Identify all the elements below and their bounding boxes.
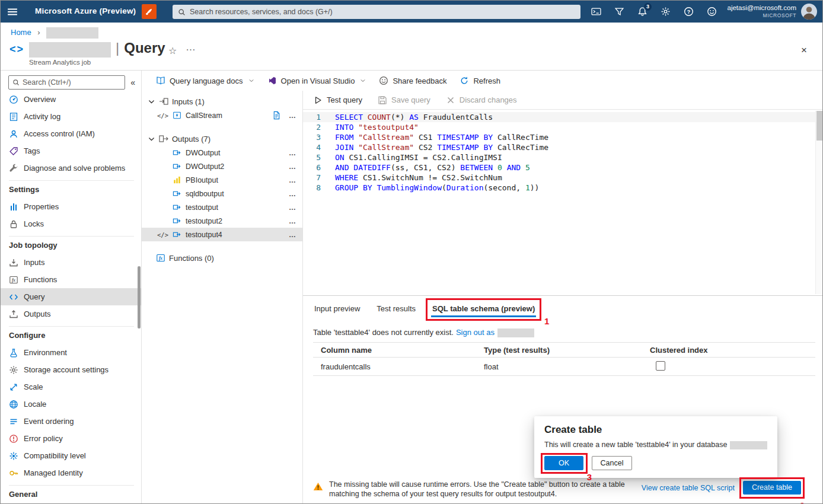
tree-item-dwoutput2[interactable]: DWOutput2… xyxy=(142,160,302,173)
avatar[interactable] xyxy=(801,4,817,20)
diagnose-icon xyxy=(9,164,18,173)
view-create-table-sql-link[interactable]: View create table SQL script xyxy=(642,484,735,492)
notifications-icon[interactable]: 3 xyxy=(637,7,647,17)
querybar-save-query[interactable]: Save query xyxy=(378,95,430,105)
editor-line[interactable]: 3FROM "CallStream" CS1 TIMESTAMP BY Call… xyxy=(303,132,822,142)
more-options-button[interactable]: … xyxy=(289,231,296,239)
tab-sql-table-schema-preview[interactable]: SQL table schema (preview)1 xyxy=(431,300,536,318)
editor-scrollbar-thumb[interactable] xyxy=(816,111,822,141)
sidebar-item-label: Functions xyxy=(24,275,57,284)
more-options-button[interactable]: … xyxy=(289,176,296,184)
collapse-menu-button[interactable]: « xyxy=(130,78,135,87)
tree-group-row-inputs-1[interactable]: Inputs (1) xyxy=(142,94,302,109)
sidebar-item-label: Locks xyxy=(24,219,44,228)
schema-col-column-name: Column name xyxy=(321,346,484,355)
close-blade-icon[interactable]: × xyxy=(801,44,807,56)
more-options-icon[interactable]: … xyxy=(186,42,196,53)
directory-filter-icon[interactable] xyxy=(614,7,624,17)
more-options-button[interactable]: … xyxy=(289,217,296,225)
schema-table: Column nameType (test results)Clustered … xyxy=(313,342,815,376)
sidebar-item-properties[interactable]: Properties xyxy=(1,198,141,215)
more-options-button[interactable]: … xyxy=(289,149,296,157)
sidebar-item-locks[interactable]: Locks xyxy=(1,215,141,232)
global-search-input[interactable] xyxy=(190,8,575,16)
hamburger-menu-icon[interactable] xyxy=(7,7,18,17)
editor-line[interactable]: 6AND DATEDIFF(ss, CS1, CS2) BETWEEN 0 AN… xyxy=(303,162,822,173)
editor-line[interactable]: 4JOIN "CallStream" CS2 TIMESTAMP BY Call… xyxy=(303,142,822,152)
tree-group-row-functions-0[interactable]: fxFunctions (0) xyxy=(142,251,302,265)
query-code-editor[interactable]: 1SELECT COUNT(*) AS FraudulentCalls2INTO… xyxy=(303,110,822,295)
tree-item-callstream[interactable]: </>CallStream… xyxy=(142,109,302,122)
editor-line[interactable]: 7WHERE CS1.SwitchNum != CS2.SwitchNum xyxy=(303,173,822,183)
tree-item-testoutput4[interactable]: </>testoutput4… xyxy=(142,228,302,241)
sidebar-item-managed-identity[interactable]: Managed Identity xyxy=(1,464,141,481)
tree-group-row-outputs-7[interactable]: Outputs (7) xyxy=(142,132,302,146)
tree-item-sqldboutput[interactable]: sqldboutput… xyxy=(142,187,302,200)
editor-line[interactable]: 8GROUP BY TumblingWindow(Duration(second… xyxy=(303,183,822,193)
editor-scrollbar[interactable] xyxy=(815,111,822,294)
editor-line[interactable]: 2INTO "testoutput4" xyxy=(303,122,822,132)
sidebar-item-environment[interactable]: Environment xyxy=(1,344,141,361)
sidebar-item-compatibility-level[interactable]: Compatibility level xyxy=(1,447,141,464)
tree-item-testoutput[interactable]: testoutput… xyxy=(142,200,302,214)
sidebar-item-overview[interactable]: Overview xyxy=(1,91,141,108)
feedback-icon[interactable] xyxy=(707,7,717,17)
tree-item-pbioutput[interactable]: PBIoutput… xyxy=(142,173,302,187)
editor-line[interactable]: 1SELECT COUNT(*) AS FraudulentCalls xyxy=(303,112,822,122)
toolbar-open-in-visual-studio[interactable]: Open in Visual Studio xyxy=(267,76,366,85)
smiley-icon xyxy=(379,76,388,85)
querybar-discard-changes[interactable]: Discard changes xyxy=(446,95,517,105)
resource-type-subtitle: Stream Analytics job xyxy=(29,59,91,66)
more-options-button[interactable]: … xyxy=(289,162,296,171)
sidebar-item-error-policy[interactable]: Error policy xyxy=(1,430,141,447)
sidebar-scrollbar-thumb[interactable] xyxy=(138,266,141,328)
sidebar-item-query[interactable]: Query xyxy=(1,288,141,305)
sign-out-link[interactable]: Sign out as xyxy=(456,328,495,337)
cloud-shell-icon[interactable] xyxy=(591,7,601,17)
tree-item-dwoutput[interactable]: DWOutput… xyxy=(142,146,302,160)
tab-input-preview[interactable]: Input preview xyxy=(313,300,361,318)
sidebar-item-tags[interactable]: Tags xyxy=(1,142,141,160)
clustered-index-checkbox[interactable] xyxy=(656,361,665,371)
sidebar-item-scale[interactable]: Scale xyxy=(1,378,141,395)
editor-line-number: 7 xyxy=(303,173,330,183)
app-tile-icon[interactable] xyxy=(142,4,157,19)
tree-item-label: DWOutput2 xyxy=(186,162,224,171)
sidebar-item-label: Overview xyxy=(24,95,56,104)
sidebar-item-outputs[interactable]: Outputs xyxy=(1,305,141,323)
querybar-test-query[interactable]: Test query xyxy=(313,95,362,105)
favorite-star-icon[interactable]: ☆ xyxy=(168,45,177,56)
more-options-button[interactable]: … xyxy=(289,111,296,120)
toolbar-refresh[interactable]: Refresh xyxy=(460,76,500,85)
cancel-button[interactable]: Cancel xyxy=(592,456,632,470)
tab-test-results[interactable]: Test results xyxy=(375,300,417,318)
sidebar-item-event-ordering[interactable]: Event ordering xyxy=(1,413,141,430)
sidebar-item-access-control-iam[interactable]: Access control (IAM) xyxy=(1,125,141,142)
create-table-button[interactable]: Create table xyxy=(743,481,801,495)
sidebar-item-storage-account-settings[interactable]: Storage account settings xyxy=(1,361,141,378)
more-options-button[interactable]: … xyxy=(289,190,296,198)
toolbar-label: Refresh xyxy=(473,76,500,85)
editor-line[interactable]: 5ON CS1.CallingIMSI = CS2.CallingIMSI xyxy=(303,152,822,162)
account-info[interactable]: ajetasi@microsoft.com MICROSOFT xyxy=(728,4,796,19)
help-icon[interactable]: ? xyxy=(684,7,694,17)
ok-button[interactable]: OK xyxy=(544,456,583,470)
sidebar-item-activity-log[interactable]: Activity log xyxy=(1,108,141,125)
breadcrumb-home-link[interactable]: Home xyxy=(11,28,31,37)
settings-gear-icon[interactable] xyxy=(661,7,671,17)
sidebar-item-diagnose-and-solve-problems[interactable]: Diagnose and solve problems xyxy=(1,160,141,177)
chevron-down-icon xyxy=(148,98,155,106)
tree-item-testoutput2[interactable]: testoutput2… xyxy=(142,214,302,228)
more-options-button[interactable]: … xyxy=(289,203,296,212)
global-search[interactable] xyxy=(173,5,580,19)
editor-code-text: FROM "CallStream" CS1 TIMESTAMP BY CallR… xyxy=(335,132,548,142)
toolbar-share-feedback[interactable]: Share feedback xyxy=(379,76,446,85)
sidebar-item-locale[interactable]: Locale xyxy=(1,395,141,413)
vs-icon xyxy=(267,76,277,85)
sidebar-item-inputs[interactable]: Inputs xyxy=(1,254,141,271)
open-in-editor-marker: </> xyxy=(157,231,168,238)
iam-icon xyxy=(9,129,18,139)
sidebar-item-functions[interactable]: fxFunctions xyxy=(1,271,141,288)
sidebar-search-input[interactable] xyxy=(23,78,121,87)
toolbar-query-language-docs[interactable]: Query language docs xyxy=(156,76,254,85)
